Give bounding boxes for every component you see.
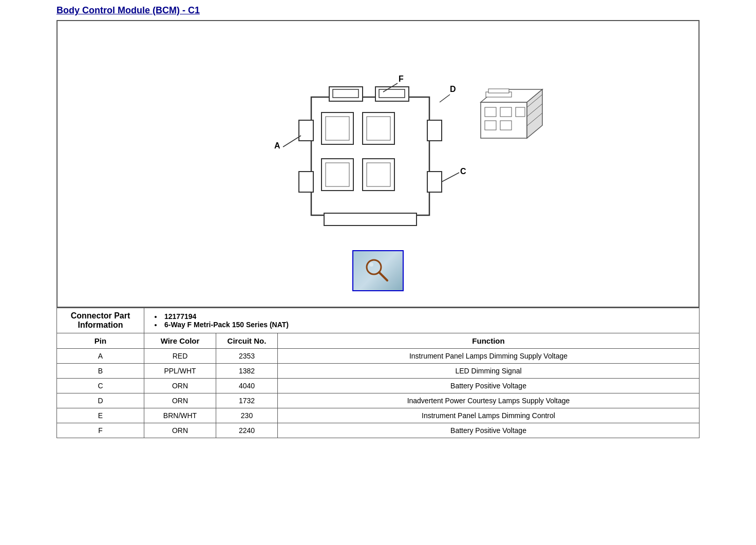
svg-rect-13 [367, 117, 390, 140]
part-number: 12177194 [155, 312, 694, 321]
svg-point-40 [368, 261, 380, 273]
wire-color-cell: ORN [144, 423, 216, 438]
wire-color-cell: PPL/WHT [144, 364, 216, 379]
table-row: B PPL/WHT 1382 LED Dimming Signal [57, 364, 700, 379]
pin-cell: C [57, 379, 144, 393]
pin-cell: D [57, 393, 144, 408]
pin-cell: E [57, 408, 144, 423]
magnifier-button[interactable] [352, 250, 404, 291]
svg-rect-12 [326, 117, 349, 140]
connector-part-label: Connector Part Information [57, 308, 144, 333]
svg-rect-7 [427, 120, 442, 141]
svg-rect-5 [299, 120, 313, 141]
svg-text:F: F [399, 74, 404, 83]
table-row: C ORN 4040 Battery Positive Voltage [57, 379, 700, 393]
connector-diagram: F D A C [198, 46, 558, 282]
magnifier-icon [363, 257, 393, 285]
function-cell: LED Dimming Signal [278, 364, 700, 379]
function-cell: Instrument Panel Lamps Dimming Supply Vo… [278, 349, 700, 364]
circuit-no-header: Circuit No. [216, 333, 278, 349]
svg-rect-30 [500, 107, 512, 117]
wire-color-header: Wire Color [144, 333, 216, 349]
svg-rect-35 [488, 89, 509, 93]
function-cell: Inadvertent Power Courtesy Lamps Supply … [278, 393, 700, 408]
pin-cell: A [57, 349, 144, 364]
svg-rect-4 [379, 89, 405, 98]
wire-color-cell: ORN [144, 379, 216, 393]
pin-header: Pin [57, 333, 144, 349]
function-cell: Instrument Panel Lamps Dimming Control [278, 408, 700, 423]
diagram-area: F D A C [56, 20, 700, 308]
wire-color-cell: RED [144, 349, 216, 364]
part-description: 6-Way F Metri-Pack 150 Series (NAT) [155, 321, 694, 329]
svg-rect-9 [324, 213, 417, 225]
svg-rect-17 [367, 163, 390, 186]
circuit-no-cell: 2240 [216, 423, 278, 438]
wire-color-cell: BRN/WHT [144, 408, 216, 423]
function-cell: Battery Positive Voltage [278, 423, 700, 438]
svg-line-41 [379, 272, 387, 280]
svg-rect-16 [326, 163, 349, 186]
page-title: Body Control Module (BCM) - C1 [56, 5, 700, 16]
wire-color-cell: ORN [144, 393, 216, 408]
table-row: A RED 2353 Instrument Panel Lamps Dimmin… [57, 349, 700, 364]
connector-info-table: Connector Part Information 12177194 6-Wa… [56, 308, 700, 438]
svg-rect-8 [427, 172, 442, 192]
table-row: F ORN 2240 Battery Positive Voltage [57, 423, 700, 438]
circuit-no-cell: 230 [216, 408, 278, 423]
pin-cell: F [57, 423, 144, 438]
svg-line-23 [283, 136, 301, 147]
svg-line-25 [442, 173, 459, 182]
svg-point-42 [369, 262, 373, 267]
svg-rect-3 [333, 89, 358, 98]
circuit-no-cell: 1382 [216, 364, 278, 379]
function-header: Function [278, 333, 700, 349]
function-cell: Battery Positive Voltage [278, 379, 700, 393]
circuit-no-cell: 4040 [216, 379, 278, 393]
connector-svg: F D A C [58, 21, 698, 307]
table-row: D ORN 1732 Inadvertent Power Courtesy La… [57, 393, 700, 408]
svg-line-21 [440, 95, 450, 102]
svg-text:A: A [274, 141, 280, 150]
svg-rect-29 [485, 107, 496, 117]
circuit-no-cell: 2353 [216, 349, 278, 364]
svg-rect-31 [516, 107, 525, 117]
connector-part-value: 12177194 6-Way F Metri-Pack 150 Series (… [144, 308, 700, 333]
svg-text:C: C [460, 167, 466, 176]
svg-text:D: D [450, 85, 456, 93]
svg-rect-32 [485, 121, 496, 130]
table-row: E BRN/WHT 230 Instrument Panel Lamps Dim… [57, 408, 700, 423]
pin-cell: B [57, 364, 144, 379]
svg-rect-6 [299, 172, 313, 192]
svg-rect-33 [500, 121, 512, 130]
circuit-no-cell: 1732 [216, 393, 278, 408]
